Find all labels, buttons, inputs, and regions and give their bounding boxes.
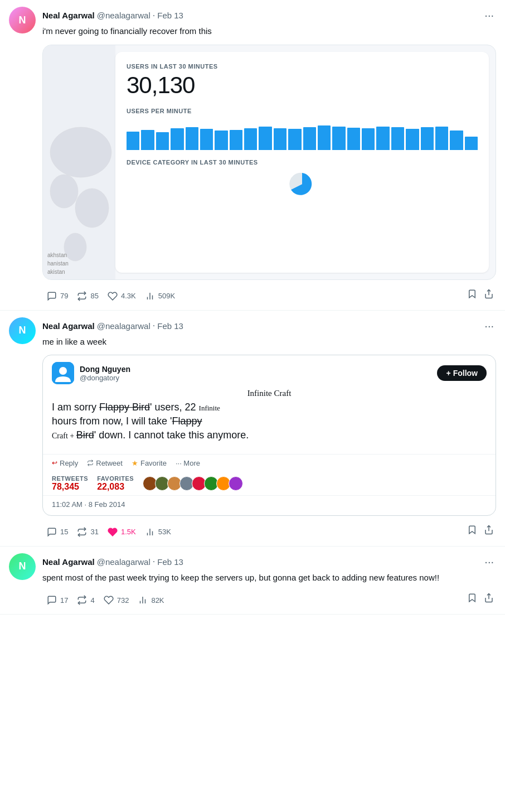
bar-4 <box>171 128 183 150</box>
tweet2-header: Neal Agarwal @nealagarwal · Feb 13 ··· <box>42 317 496 335</box>
retweet-icon-3 <box>77 595 87 605</box>
bar-chart <box>127 117 478 150</box>
tweet2-views-button[interactable]: 53K <box>140 525 176 539</box>
tweet1-username: Neal Agarwal <box>42 11 95 20</box>
quoted-avatar-svg <box>52 362 74 384</box>
avatar-tweet1[interactable]: N <box>9 7 36 33</box>
bar-16 <box>347 128 360 150</box>
quoted-card-header: Dong Nguyen @dongatory + Follow <box>43 355 496 389</box>
bar-24 <box>465 137 478 150</box>
craft-handwritten: Craft + <box>52 432 76 440</box>
tweet3-content: Neal Agarwal @nealagarwal · Feb 13 ··· s… <box>42 553 496 608</box>
tweet3-like-button[interactable]: 732 <box>99 593 134 607</box>
map-label-akistan: akistan <box>47 269 111 275</box>
mini-avatar-8 <box>229 476 243 491</box>
tweet3-comment-button[interactable]: 17 <box>42 593 72 607</box>
share-icon-3 <box>484 593 494 603</box>
bar-14 <box>318 125 331 149</box>
like-icon-3 <box>104 595 114 605</box>
tweet3-share-button[interactable] <box>482 591 496 607</box>
bar-18 <box>376 127 389 150</box>
quoted-body: Infinite Craft I am sorry Flappy Bird' u… <box>43 389 496 454</box>
tweet1-views-button[interactable]: 509K <box>140 289 179 303</box>
share-icon <box>484 289 494 299</box>
tweet3-more-button[interactable]: ··· <box>482 553 496 571</box>
tweet2-more-button[interactable]: ··· <box>482 317 496 335</box>
reply-arrow-icon: ↩ <box>52 459 57 467</box>
handwritten-title: Infinite Craft <box>52 389 487 398</box>
tweet1-more-button[interactable]: ··· <box>482 7 496 24</box>
tweet3-handle: @nealagarwal <box>97 557 150 567</box>
tweet3-right-actions <box>465 591 496 607</box>
retweet-action-icon <box>87 460 94 466</box>
bar-2 <box>141 130 154 150</box>
more-action[interactable]: ··· More <box>176 459 200 467</box>
map-label-akhstan: akhstan <box>47 252 111 258</box>
views-icon <box>145 291 155 301</box>
tweet3-retweet-button[interactable]: 4 <box>72 593 99 607</box>
tweet2-share-button[interactable] <box>482 523 496 539</box>
tweet3-footer: 17 4 732 82K <box>42 591 496 607</box>
tweet1-footer: 79 85 4.3K 509K <box>42 287 496 303</box>
tweet2-bookmark-button[interactable] <box>465 523 479 539</box>
tweet2-username: Neal Agarwal <box>42 321 95 331</box>
tweet1-meta: Neal Agarwal @nealagarwal · Feb 13 <box>42 11 183 21</box>
tweet2-actions: 15 31 1.5K 53K <box>42 525 176 539</box>
tweet1-bookmark-button[interactable] <box>465 287 479 303</box>
tweet1-like-button[interactable]: 4.3K <box>103 289 140 303</box>
tweet3-views-button[interactable]: 82K <box>133 593 168 607</box>
tweet3-username: Neal Agarwal <box>42 557 95 567</box>
svg-point-2 <box>75 188 109 228</box>
favorite-action[interactable]: ★ Favorite <box>132 459 167 467</box>
quoted-handle: @dongatory <box>80 374 130 382</box>
favorites-stat: FAVORITES 22,083 <box>97 475 134 492</box>
tweet1-comment-button[interactable]: 79 <box>42 289 72 303</box>
retweet-action[interactable]: Retweet <box>87 459 123 467</box>
tweet2-meta: Neal Agarwal @nealagarwal · Feb 13 <box>42 321 183 331</box>
tweet1-content: Neal Agarwal @nealagarwal · Feb 13 ··· i… <box>42 7 496 303</box>
data-panel: USERS IN LAST 30 MINUTES 30,130 USERS PE… <box>115 52 489 273</box>
map-label-hanistan: hanistan <box>47 260 111 267</box>
retweet-icon <box>77 291 87 301</box>
bar-15 <box>332 127 345 150</box>
quoted-timestamp: 11:02 AM · 8 Feb 2014 <box>43 495 496 515</box>
avatar-tweet3[interactable]: N <box>9 553 36 580</box>
tweet1-date: Feb 13 <box>157 11 183 20</box>
tweet1-retweet-button[interactable]: 85 <box>72 289 103 303</box>
tweet2-retweet-button[interactable]: 31 <box>72 525 103 539</box>
svg-point-9 <box>59 367 67 375</box>
bar-23 <box>450 130 463 150</box>
tweet3-bookmark-button[interactable] <box>465 591 479 607</box>
tweet2-comment-button[interactable]: 15 <box>42 525 72 539</box>
analytics-label-users30: USERS IN LAST 30 MINUTES <box>127 63 478 70</box>
bar-22 <box>435 127 448 150</box>
bar-20 <box>406 129 419 149</box>
quoted-user-info: Dong Nguyen @dongatory <box>52 362 130 384</box>
svg-point-0 <box>50 127 111 177</box>
tweet3-date: Feb 13 <box>157 557 183 567</box>
bookmark-icon-3 <box>467 593 477 603</box>
tweet2-right-actions <box>465 523 496 539</box>
reply-action[interactable]: ↩ Reply <box>52 459 78 467</box>
bar-6 <box>200 129 213 149</box>
tweet2-like-button[interactable]: 1.5K <box>103 525 140 539</box>
bar-12 <box>288 129 301 149</box>
avatar-tweet2[interactable]: N <box>9 317 36 344</box>
bookmark-icon-2 <box>467 525 477 535</box>
comment-icon <box>47 291 57 301</box>
tweet1-text: i'm never going to financially recover f… <box>42 25 496 38</box>
bar-21 <box>421 127 434 150</box>
follow-button[interactable]: + Follow <box>437 365 487 381</box>
follow-plus-icon: + <box>446 369 450 378</box>
tweet2-handle: @nealagarwal <box>97 321 150 331</box>
tweet3-actions: 17 4 732 82K <box>42 593 169 607</box>
bar-11 <box>274 128 287 150</box>
tweet1-share-button[interactable] <box>482 287 496 303</box>
quoted-text: I am sorry Flappy Bird' users, 22 Infini… <box>52 400 487 443</box>
bar-1 <box>127 132 139 150</box>
analytics-card: akhstan hanistan akistan USERS IN LAST 3… <box>42 45 496 280</box>
retweets-stat: RETWEETS 78,345 <box>52 475 88 492</box>
svg-point-1 <box>50 175 78 208</box>
star-icon: ★ <box>132 459 138 467</box>
bar-7 <box>215 130 227 150</box>
